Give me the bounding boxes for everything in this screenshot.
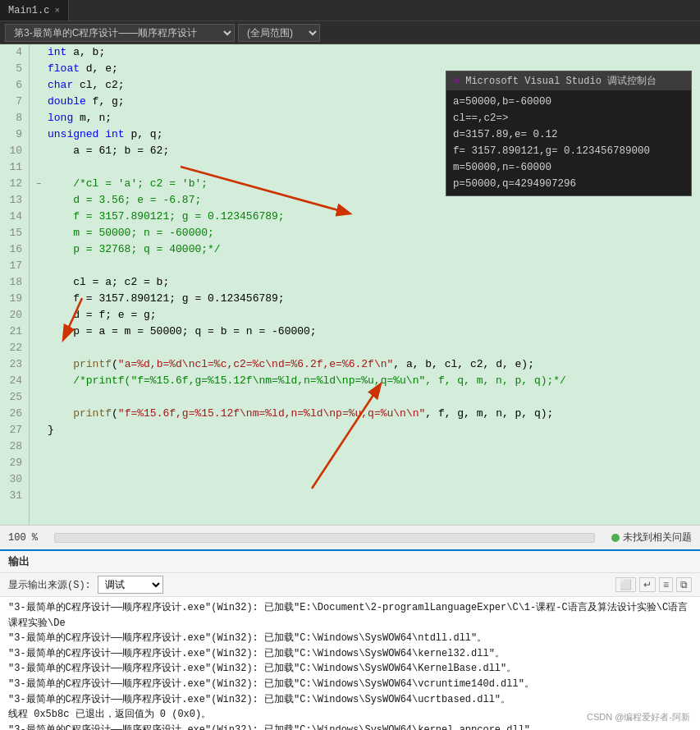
code-line-31 [36, 488, 700, 504]
console-popup: ■ Microsoft Visual Studio 调试控制台 a=50000,… [446, 71, 692, 196]
output-wrap-btn[interactable]: ↵ [639, 577, 656, 592]
output-panel: 输出 显示输出来源(S): 调试 ⬜ ↵ ≡ ⧉ "3-最简单的C程序设计——顺… [0, 549, 700, 730]
line-number-29: 29 [7, 455, 22, 471]
code-line-18: cl = a; c2 = b; [36, 274, 700, 291]
console-popup-body: a=50000,b=-60000cl==,c2=>d=3157.89,e= 0.… [446, 90, 691, 195]
line-number-22: 22 [7, 340, 22, 356]
status-text: 未找到相关问题 [623, 530, 692, 544]
tab-bar: Main1.c × [0, 0, 700, 21]
line-number-27: 27 [7, 422, 22, 438]
code-line-29 [36, 455, 700, 471]
line-number-10: 10 [7, 143, 22, 159]
code-line-25 [36, 389, 700, 406]
code-line-23: printf("a=%d,b=%d\ncl=%c,c2=%c\nd=%6.2f,… [36, 356, 700, 373]
line-number-16: 16 [7, 241, 22, 258]
line-number-20: 20 [7, 307, 22, 324]
console-line: p=50000,q=4294907296 [453, 176, 684, 192]
output-actions: ⬜ ↵ ≡ ⧉ [615, 577, 692, 592]
watermark: CSDN @编程爱好者-阿新 [587, 711, 690, 723]
console-line: f= 3157.890121,g= 0.123456789000 [453, 143, 684, 159]
output-body: "3-最简单的C程序设计——顺序程序设计.exe"(Win32): 已加载"E:… [0, 597, 700, 730]
line-number-21: 21 [7, 324, 22, 340]
line-number-17: 17 [7, 258, 22, 274]
console-line: d=3157.89,e= 0.12 [453, 126, 684, 143]
horizontal-scrollbar[interactable] [54, 533, 595, 543]
output-copy-btn[interactable]: ⧉ [676, 577, 692, 592]
code-line-24: /*printf("f=%15.6f,g=%15.12f\nm=%ld,n=%l… [36, 373, 700, 389]
status-dot [611, 534, 620, 542]
source-label: 显示输出来源(S): [8, 578, 91, 592]
code-line-30 [36, 471, 700, 488]
collapse-btn[interactable]: − [36, 180, 41, 189]
line-number-30: 30 [7, 471, 22, 488]
code-line-19: f = 3157.890121; g = 0.123456789; [36, 291, 700, 307]
editor-container: 4567891011121314151617181920212223242526… [0, 44, 700, 525]
output-panel-toolbar: 显示输出来源(S): 调试 ⬜ ↵ ≡ ⧉ [0, 573, 700, 597]
close-icon[interactable]: × [54, 6, 60, 16]
output-line: "3-最简单的C程序设计——顺序程序设计.exe"(Win32): 已加载"C:… [8, 661, 692, 677]
tab-main1c[interactable]: Main1.c × [0, 0, 69, 21]
code-line-26: printf("f=%15.6f,g=%15.12f\nm=%ld,n=%ld\… [36, 406, 700, 422]
line-number-23: 23 [7, 356, 22, 373]
line-number-7: 7 [7, 94, 22, 110]
line-number-8: 8 [7, 110, 22, 126]
code-line-22 [36, 340, 700, 356]
zoom-level: 100 % [8, 532, 38, 544]
code-line-15: m = 50000; n = -60000; [36, 225, 700, 241]
output-source-select[interactable]: 调试 [98, 576, 163, 594]
output-clear-btn[interactable]: ⬜ [615, 577, 636, 592]
console-line: a=50000,b=-60000 [453, 94, 684, 110]
line-number-31: 31 [7, 488, 22, 504]
line-numbers: 4567891011121314151617181920212223242526… [0, 44, 30, 525]
code-line-16: p = 32768; q = 40000;*/ [36, 241, 700, 258]
line-number-5: 5 [7, 61, 22, 77]
line-number-19: 19 [7, 291, 22, 307]
output-panel-header: 输出 [0, 551, 700, 573]
console-title: Microsoft Visual Studio 调试控制台 [465, 74, 657, 88]
line-number-18: 18 [7, 274, 22, 291]
line-number-26: 26 [7, 406, 22, 422]
line-number-4: 4 [7, 44, 22, 61]
line-number-12: 12 [7, 176, 22, 192]
line-number-6: 6 [7, 77, 22, 94]
output-title: 输出 [8, 554, 30, 569]
console-popup-header: ■ Microsoft Visual Studio 调试控制台 [446, 71, 691, 90]
status-bar: 100 % 未找到相关问题 [0, 525, 700, 549]
code-line-20: d = f; e = g; [36, 307, 700, 324]
code-line-28 [36, 438, 700, 455]
code-line-4: int a, b; [36, 44, 700, 61]
line-number-13: 13 [7, 192, 22, 209]
output-find-btn[interactable]: ≡ [659, 577, 673, 592]
code-line-21: p = a = m = 50000; q = b = n = -60000; [36, 324, 700, 340]
output-line: "3-最简单的C程序设计——顺序程序设计.exe"(Win32): 已加载"C:… [8, 677, 692, 692]
console-line: cl==,c2=> [453, 110, 684, 126]
output-line: "3-最简单的C程序设计——顺序程序设计.exe"(Win32): 已加载"E:… [8, 600, 692, 631]
console-line: m=50000,n=-60000 [453, 159, 684, 176]
line-number-24: 24 [7, 373, 22, 389]
code-line-27: } [36, 422, 700, 438]
scope-dropdown[interactable]: (全局范围) [238, 24, 320, 42]
file-dropdown[interactable]: 第3-最简单的C程序设计——顺序程序设计 [5, 24, 235, 42]
tab-filename: Main1.c [8, 5, 49, 16]
vs-icon: ■ [453, 76, 459, 87]
status-indicator: 未找到相关问题 [611, 530, 692, 544]
toolbar-row: 第3-最简单的C程序设计——顺序程序设计 (全局范围) [0, 21, 700, 44]
line-number-9: 9 [7, 126, 22, 143]
line-number-14: 14 [7, 209, 22, 225]
output-line: "3-最简单的C程序设计——顺序程序设计.exe"(Win32): 已加载"C:… [8, 631, 692, 646]
line-number-25: 25 [7, 389, 22, 406]
output-line: "3-最简单的C程序设计——顺序程序设计.exe"(Win32): 已加载"C:… [8, 646, 692, 662]
line-number-11: 11 [7, 159, 22, 176]
line-number-15: 15 [7, 225, 22, 241]
line-number-28: 28 [7, 438, 22, 455]
output-line: "3-最简单的C程序设计——顺序程序设计.exe"(Win32): 已加载"C:… [8, 692, 692, 708]
code-line-14: f = 3157.890121; g = 0.123456789; [36, 209, 700, 225]
code-line-17 [36, 258, 700, 274]
output-line: "3-最简单的C程序设计——顺序程序设计.exe"(Win32): 已加载"C:… [8, 723, 692, 730]
